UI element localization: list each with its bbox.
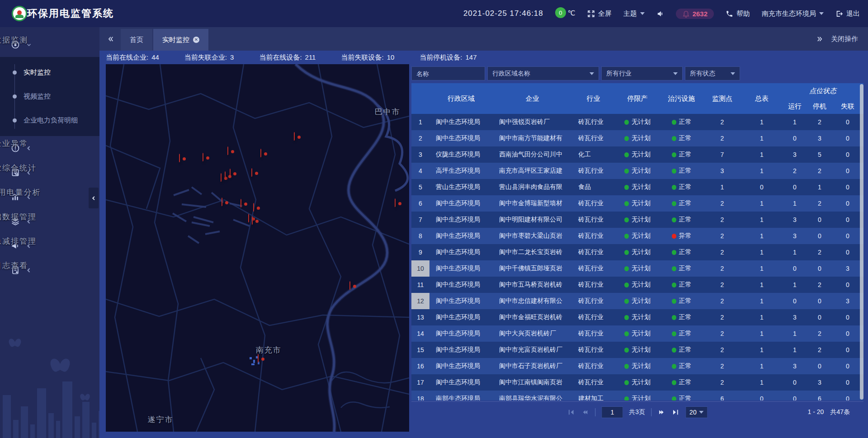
table-header-6: 总表 [741,83,782,114]
page-size-value: 20 [689,409,697,416]
table-row[interactable]: 3仪陇生态环境局西南油气田分公司川中化工无计划正常71350 [411,146,863,163]
cell-region: 阆中生态环境局 [429,313,493,321]
total-count-label: 共47条 [830,408,850,416]
table-row[interactable]: 18南部生态环境局南部县瑞华水泥有限公建材加工无计划正常60060 [411,391,863,400]
prev-page-button[interactable] [581,408,589,416]
table-row[interactable]: 12阆中生态环境局阆中市忠信建材有限公砖瓦行业无计划正常21003 [411,293,863,309]
first-page-button[interactable] [567,408,575,416]
sidebar-item-3[interactable]: 企业用电量分析 [0,185,99,209]
cell-lost: 0 [832,395,863,400]
industry-filter-select[interactable]: 所有行业 [601,66,683,80]
table-header-sub-2: 失联 [832,99,863,114]
sidebar-item-1[interactable]: 企业异常 [0,136,99,160]
sound-button[interactable] [656,10,664,18]
map-pin-icon[interactable] [241,199,251,210]
table-row[interactable]: 11阆中生态环境局阆中市五马桥页岩机砖砖瓦行业无计划正常21120 [411,277,863,293]
cell-company: 阆中市五马桥页岩机砖 [493,281,572,289]
close-operations-button[interactable]: 关闭操作 [831,35,858,43]
table-row[interactable]: 4高坪生态环境局南充市高坪区王家店建砖瓦行业无计划正常31220 [411,163,863,179]
map-pin-icon[interactable] [253,203,264,214]
table-row[interactable]: 13阆中生态环境局阆中市金福旺页岩机砖砖瓦行业无计划正常21300 [411,309,863,325]
table-row[interactable]: 10阆中生态环境局阆中千佛镇五郎垭页岩砖瓦行业无计划正常21003 [411,260,863,277]
table-row[interactable]: 6阆中生态环境局阆中市金博瑞新型墙材砖瓦行业无计划正常21120 [411,195,863,212]
cell-region: 阆中生态环境局 [429,264,493,273]
cell-stop: 2 [807,249,832,256]
cell-facility-status: 正常 [660,199,703,207]
cell-limit-status: 无计划 [615,346,660,354]
map-pin-icon[interactable] [260,149,271,160]
org-dropdown[interactable]: 南充市生态环境局 [762,9,824,18]
sidebar-collapse-handle[interactable] [89,188,99,208]
tabs-scroll-left-icon[interactable] [107,35,114,43]
map-pin-icon[interactable] [203,153,213,164]
sidebar-item-label: 数据监测 [0,34,28,45]
table-row[interactable]: 7阆中生态环境局阆中明阳建材有限公司砖瓦行业无计划正常21300 [411,212,863,228]
table-row[interactable]: 8阆中生态环境局阆中市枣碧大梁山页岩砖瓦行业无计划异常21300 [411,228,863,244]
cell-company: 阆中大兴页岩机砖厂 [493,330,572,338]
facility-status-text: 正常 [679,281,692,289]
next-page-button[interactable] [657,408,665,416]
fullscreen-button[interactable]: 全屏 [587,9,612,18]
map-pin-icon[interactable] [258,354,269,365]
page-size-select[interactable]: 20 [685,406,708,418]
cell-run: 0 [782,395,807,400]
sidebar-subitem-0[interactable]: 实时监控 [0,61,99,85]
tab-0[interactable]: 首页 [121,29,152,51]
tab-close-icon[interactable]: ✕ [193,37,199,43]
cell-stop: 2 [807,346,832,353]
sidebar-subitem-1[interactable]: 视频监控 [0,85,99,108]
tabs-scroll-right-icon[interactable] [816,35,824,43]
facility-status-text: 正常 [679,378,692,386]
table-row[interactable]: 5营山生态环境局营山县润丰肉食品有限食品无计划正常10010 [411,179,863,195]
status-filter-select[interactable]: 所有状态 [685,66,740,80]
cell-stop: 0 [807,314,832,321]
table-scrollbar[interactable] [860,84,863,400]
map-pin-icon[interactable] [252,217,263,227]
map-pin-icon[interactable] [230,169,241,180]
tab-1[interactable]: 实时监控✕ [153,29,208,51]
cell-meters: 1 [741,135,782,142]
logout-button[interactable]: 退出 [835,9,860,18]
sidebar-item-2[interactable]: 企业综合统计 [0,160,99,185]
cell-region: 高坪生态环境局 [429,167,493,175]
pagination-bar: 共3页 20 1 - 20 共47条 [411,401,863,423]
table-row[interactable]: 9阆中生态环境局阆中市二龙长宝页岩砖砖瓦行业无计划正常21120 [411,244,863,260]
map-pin-icon[interactable] [227,147,238,158]
cell-region: 南部生态环境局 [429,395,493,400]
table-body: 1阆中生态环境局阆中强锐页岩砖厂砖瓦行业无计划正常211202阆中生态环境局阆中… [411,114,863,400]
name-filter-input[interactable] [411,66,485,80]
table-row[interactable]: 14阆中生态环境局阆中大兴页岩机砖厂砖瓦行业无计划正常21120 [411,325,863,342]
map-pin-icon[interactable] [294,132,305,143]
sidebar-subitem-2[interactable]: 企业电力负荷明细 [0,108,99,132]
table-row[interactable]: 15阆中生态环境局阆中市光富页岩机砖厂砖瓦行业无计划正常21120 [411,342,863,358]
sidebar-item-0[interactable]: 数据监测 [0,33,99,57]
limit-status-text: 无计划 [632,395,651,400]
map-pin-icon[interactable] [349,282,360,292]
status-dot-icon [672,136,676,141]
cell-lost: 0 [832,151,863,158]
monitor-table-panel: 行政区域名称 所有行业 所有状态 行政区域企业行业停限产治污设施监测点总表点位状… [411,64,863,423]
map-pin-icon[interactable] [222,198,232,209]
table-row[interactable]: 17阆中生态环境局阆中市江南镇阆南页岩砖瓦行业无计划正常21030 [411,374,863,391]
theme-dropdown[interactable]: 主题 [623,9,645,18]
help-button[interactable]: 帮助 [726,9,750,18]
table-row[interactable]: 16阆中生态环境局阆中市石子页岩机砖厂砖瓦行业无计划正常21300 [411,358,863,374]
table-row[interactable]: 2阆中生态环境局阆中市南方节能建材有砖瓦行业无计划正常21030 [411,130,863,146]
status-dot-icon [672,331,676,336]
sidebar-item-5[interactable]: 应急减排管理 [0,234,99,258]
map-pin-icon[interactable] [251,169,262,179]
map-pin-icon[interactable] [395,199,406,210]
map-pin-icon[interactable] [179,154,190,165]
sidebar-item-6[interactable]: 日志查看 [0,258,99,283]
row-number: 14 [411,325,429,342]
notification-badge[interactable]: 2632 [676,9,714,19]
cell-industry: 砖瓦行业 [572,199,615,207]
region-filter-select[interactable]: 行政区域名称 [487,66,599,80]
map-panel[interactable]: 巴中市南充市遂宁市 [106,64,409,432]
sidebar-item-4[interactable]: 基础数据管理 [0,209,99,234]
table-header-3: 停限产 [615,83,660,114]
filter-bar: 行政区域名称 所有行业 所有状态 [411,66,863,80]
last-page-button[interactable] [671,408,679,416]
page-number-input[interactable] [601,406,623,418]
table-row[interactable]: 1阆中生态环境局阆中强锐页岩砖厂砖瓦行业无计划正常21120 [411,114,863,130]
